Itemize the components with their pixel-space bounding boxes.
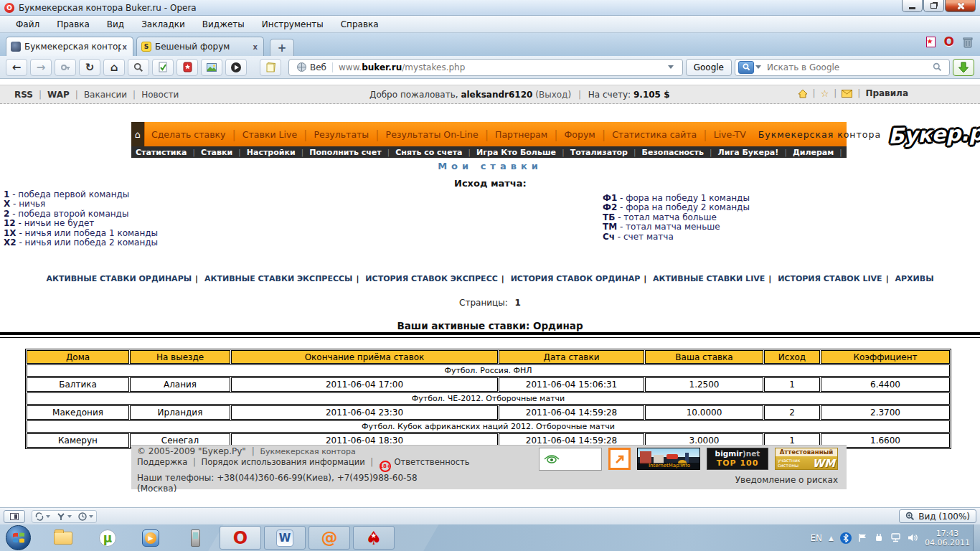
nav-totalizator[interactable]: Тотализатор — [570, 148, 628, 157]
home-button[interactable]: ⌂ — [103, 59, 125, 76]
window-titlebar[interactable]: O Букмекерская контора Buker.ru - Opera — [0, 0, 980, 16]
nav-settings[interactable]: Настройки — [247, 148, 296, 157]
nav-bets-live[interactable]: Ставки Live — [236, 129, 303, 140]
link-wap[interactable]: WAP — [47, 90, 70, 100]
taskbar-media-player-icon[interactable]: ▶ — [136, 526, 165, 550]
top100-arrow-badge[interactable] — [608, 448, 631, 470]
clock-tool-icon[interactable] — [78, 512, 87, 521]
webmoney-badge[interactable]: Аттестованный участниксистемы WM — [775, 448, 838, 470]
internetmap-badge[interactable]: InternetMap.info — [637, 448, 700, 470]
tab-close-icon[interactable]: x — [252, 43, 259, 51]
page-number[interactable]: 1 — [511, 298, 521, 308]
nav-forum[interactable]: Форум — [558, 129, 602, 140]
link-active-express[interactable]: АКТИВНЫЕ СТАВКИ ЭКСПРЕССЫ — [204, 274, 353, 283]
menu-file[interactable]: Файл — [7, 18, 48, 31]
bookmark-page-icon[interactable]: ★ — [926, 37, 936, 47]
link-vacancies[interactable]: Вакансии — [84, 90, 127, 100]
show-desktop-button[interactable] — [973, 524, 980, 551]
clock[interactable]: 17:43 04.06.2011 — [925, 529, 970, 547]
taskbar-mailru-button[interactable]: @ — [308, 526, 350, 550]
nav-dealers[interactable]: Дилерам — [793, 148, 834, 157]
taskbar-word-button[interactable]: W — [264, 526, 306, 550]
search-bar[interactable] — [735, 59, 950, 76]
language-indicator[interactable]: EN — [811, 533, 823, 543]
clock-dropdown-icon[interactable] — [89, 515, 93, 518]
nav-make-bet[interactable]: Сделать ставку — [145, 129, 232, 140]
footer-responsibility[interactable]: Ответственность — [395, 457, 470, 467]
minimize-button[interactable] — [902, 0, 923, 12]
opera-menu-icon[interactable]: O — [944, 36, 954, 48]
logout-link[interactable]: (Выход) — [535, 90, 571, 100]
search-engine-icon[interactable] — [738, 61, 754, 74]
rules-link[interactable]: Правила — [865, 88, 908, 98]
link-history-express[interactable]: ИСТОРИЯ СТАВОК ЭКСПРЕСС — [365, 274, 497, 283]
images-button[interactable] — [201, 59, 222, 76]
risk-note-link[interactable]: Уведомление о рисках — [735, 475, 838, 485]
nav-results-online[interactable]: Результаты On-Line — [380, 129, 485, 140]
favorites-star-icon[interactable]: ☆ — [821, 89, 829, 98]
link-active-live[interactable]: АКТИВНЫЕ СТАВКИ LIVE — [653, 274, 765, 283]
nav-statistics[interactable]: Статистика — [136, 148, 187, 157]
volume-icon[interactable] — [908, 533, 918, 542]
taskbar-phone-icon[interactable] — [181, 526, 209, 550]
link-rss[interactable]: RSS — [14, 90, 33, 100]
menu-view[interactable]: Вид — [98, 18, 133, 31]
power-plug-icon[interactable] — [874, 533, 884, 542]
footer-link-support[interactable]: Поддержка — [137, 457, 187, 467]
tab-forum[interactable]: S Бешеный форум x — [136, 37, 264, 56]
fast-forward-button[interactable] — [953, 59, 974, 76]
nav-deposit[interactable]: Пополнить счет — [309, 148, 381, 157]
taskbar-explorer-icon[interactable] — [49, 526, 77, 550]
search-go-icon[interactable] — [933, 62, 942, 72]
address-mode-label[interactable]: Веб — [310, 62, 333, 72]
menu-bookmarks[interactable]: Закладки — [133, 18, 194, 31]
tab-buker[interactable]: Букмекерская контор... x — [6, 37, 133, 56]
trash-icon[interactable] — [963, 37, 973, 48]
taskbar-utorrent-icon[interactable]: µ — [93, 526, 122, 550]
tab-close-icon[interactable]: x — [121, 43, 128, 51]
address-dropdown-icon[interactable] — [668, 65, 674, 69]
site-logo[interactable]: Букер.ру — [887, 120, 980, 148]
sync-icon[interactable] — [35, 512, 44, 521]
zoom-button[interactable]: Вид (100%) — [899, 509, 976, 523]
taskbar-pokerstars-button[interactable]: ♠★ — [353, 526, 395, 550]
unite-dropdown-icon[interactable] — [67, 515, 72, 518]
nav-who-is-more[interactable]: Игра Кто Больше — [476, 148, 556, 157]
action-center-flag-icon[interactable] — [858, 533, 867, 542]
counter-badge[interactable] — [539, 448, 602, 471]
mail-icon[interactable] — [842, 90, 852, 98]
menu-edit[interactable]: Правка — [48, 18, 98, 31]
search-engine-dropdown-icon[interactable] — [755, 65, 761, 69]
notes-button[interactable] — [260, 59, 281, 76]
link-news[interactable]: Новости — [141, 90, 179, 100]
search-tool-button[interactable] — [128, 59, 149, 76]
nav-security[interactable]: Безопасность — [642, 148, 704, 157]
forward-button[interactable]: → — [30, 59, 52, 76]
link-archives[interactable]: АРХИВЫ — [895, 274, 934, 283]
taskbar-opera-button[interactable]: O — [220, 526, 261, 550]
site-home-button[interactable]: ⌂ — [131, 122, 145, 146]
menu-widgets[interactable]: Виджеты — [194, 18, 253, 31]
nav-live-tv[interactable]: Live-TV — [707, 129, 753, 140]
validate-page-button[interactable] — [152, 59, 174, 76]
network-icon[interactable] — [890, 533, 901, 542]
unite-icon[interactable] — [57, 512, 65, 521]
search-input[interactable] — [763, 62, 933, 72]
footer-link-info[interactable]: Порядок использования информации — [202, 457, 365, 467]
nav-stakes[interactable]: Ставки — [201, 148, 232, 157]
panels-toggle-button[interactable] — [4, 510, 25, 523]
start-button[interactable] — [6, 525, 31, 550]
bluetooth-icon[interactable] — [840, 532, 852, 544]
nav-withdraw[interactable]: Снять со счета — [395, 148, 462, 157]
nav-results[interactable]: Результаты — [307, 129, 375, 140]
reload-button[interactable]: ↻ — [79, 59, 100, 76]
google-button[interactable]: Google — [686, 59, 732, 76]
rewind-button[interactable] — [55, 59, 76, 76]
back-button[interactable]: ← — [6, 59, 27, 76]
restore-button[interactable] — [923, 0, 944, 12]
tray-expand-icon[interactable]: ▲ — [829, 534, 834, 542]
link-history-live[interactable]: ИСТОРИЯ СТАВОК LIVE — [778, 274, 882, 283]
menu-help[interactable]: Справка — [332, 18, 387, 31]
home-mini-icon[interactable] — [798, 89, 808, 98]
media-button[interactable] — [225, 59, 247, 76]
